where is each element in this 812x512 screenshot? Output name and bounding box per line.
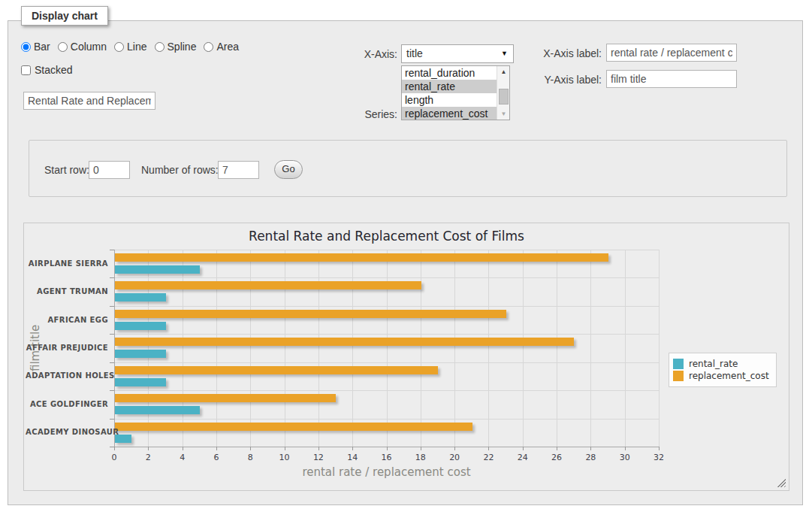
scroll-down-icon[interactable]: ▼ <box>497 108 510 120</box>
x-axis-selected-value: title <box>406 47 423 59</box>
gridline <box>114 390 659 391</box>
gridline <box>114 277 659 278</box>
stacked-checkbox-row: Stacked <box>21 64 73 76</box>
chart-type-radio-bar[interactable] <box>21 42 31 52</box>
series-list-label: Series: <box>331 108 397 120</box>
gridline <box>114 419 659 420</box>
x-tick <box>216 447 217 450</box>
x-tick-label: 18 <box>406 453 436 462</box>
y-tick <box>110 362 114 363</box>
gridline <box>387 250 388 447</box>
x-tick <box>387 447 388 450</box>
series-scrollbar[interactable]: ▲ ▼ <box>497 66 509 120</box>
x-tick-label: 26 <box>542 453 572 462</box>
gridline <box>318 250 319 447</box>
caret-down-icon: ▼ <box>501 45 508 62</box>
x-tick <box>625 447 626 450</box>
y-tick <box>110 334 114 335</box>
chart-type-radio-area[interactable] <box>204 42 213 52</box>
scroll-up-icon[interactable]: ▲ <box>497 66 510 77</box>
x-tick-label: 32 <box>644 453 674 462</box>
resize-grip-icon[interactable] <box>777 478 786 487</box>
bar-replacement_cost <box>115 366 438 374</box>
x-tick-label: 22 <box>473 453 503 462</box>
x-tick-label: 28 <box>575 453 605 462</box>
y-tick <box>110 447 114 447</box>
category-label: ACADEMY DINOSAUR <box>26 428 108 436</box>
x-tick <box>250 447 251 450</box>
series-option-replacement_cost[interactable]: replacement_cost <box>402 107 497 120</box>
row-params-box: Start row: Number of rows: Go <box>29 140 787 197</box>
chart-type-radio-line[interactable] <box>114 42 124 52</box>
bar-rental_rate <box>115 293 166 301</box>
x-tick <box>590 447 591 450</box>
bar-rental_rate <box>115 265 200 274</box>
series-option-rental_rate[interactable]: rental_rate <box>402 80 497 93</box>
y-tick <box>110 250 114 250</box>
num-rows-label: Number of rows: <box>141 164 219 176</box>
chart-type-label-bar: Bar <box>34 41 50 53</box>
chart-type-radio-column[interactable] <box>58 42 68 52</box>
legend-swatch-rental_rate <box>673 359 684 369</box>
start-row-input[interactable] <box>89 161 130 179</box>
series-option-length[interactable]: length <box>402 93 497 107</box>
x-tick-label: 8 <box>235 453 265 462</box>
chart-type-label-column: Column <box>71 41 107 53</box>
chart-type-radio-group: BarColumnLineSplineArea <box>21 41 246 53</box>
category-label: AFFAIR PREJUDICE <box>26 344 108 352</box>
x-tick-label: 20 <box>439 453 469 462</box>
bar-replacement_cost <box>115 253 608 262</box>
gridline <box>114 306 659 307</box>
gridline <box>285 250 285 447</box>
gridline <box>183 250 183 447</box>
x-axis-select[interactable]: title ▼ <box>401 44 514 63</box>
x-tick-label: 12 <box>303 453 334 462</box>
go-button[interactable]: Go <box>274 160 303 179</box>
stacked-label: Stacked <box>35 64 73 76</box>
bar-replacement_cost <box>115 423 472 431</box>
legend-row-rental_rate: rental_rate <box>673 359 769 369</box>
x-tick-label: 24 <box>508 453 538 462</box>
category-label: ADAPTATION HOLES <box>26 371 108 380</box>
start-row-label: Start row: <box>44 164 89 176</box>
y-axis-label-label: Y-Axis label: <box>527 74 602 86</box>
x-tick <box>114 447 115 450</box>
x-axis-label-input[interactable] <box>606 44 737 62</box>
bar-replacement_cost <box>115 338 574 346</box>
gridline <box>625 250 626 447</box>
bar-rental_rate <box>115 350 166 358</box>
x-tick <box>659 447 660 450</box>
y-axis-line <box>114 250 115 447</box>
gridline <box>216 250 217 447</box>
series-listbox[interactable]: rental_durationrental_ratelengthreplacem… <box>401 65 510 120</box>
y-axis-label-input[interactable] <box>606 70 737 88</box>
x-tick <box>488 447 489 450</box>
gridline <box>421 250 421 447</box>
x-tick <box>454 447 455 450</box>
x-tick <box>183 447 183 450</box>
chart-title-input[interactable] <box>23 92 155 110</box>
series-options: rental_durationrental_ratelengthreplacem… <box>402 66 497 120</box>
gridline <box>114 362 659 363</box>
gridline <box>114 334 659 335</box>
y-tick <box>110 306 114 307</box>
legend-label: replacement_cost <box>689 371 769 381</box>
x-axis-select-label: X-Axis: <box>331 48 397 60</box>
y-tick <box>110 419 114 420</box>
category-label: ACE GOLDFINGER <box>26 400 108 408</box>
legend-swatch-replacement_cost <box>673 371 684 381</box>
gridline <box>659 250 660 447</box>
num-rows-input[interactable] <box>218 161 259 179</box>
x-tick <box>421 447 421 450</box>
stacked-checkbox[interactable] <box>21 65 31 75</box>
category-label: AFRICAN EGG <box>26 316 108 324</box>
fieldset-legend: Display chart <box>21 6 108 26</box>
gridline <box>488 250 489 447</box>
series-option-rental_duration[interactable]: rental_duration <box>402 66 497 80</box>
scrollbar-thumb[interactable] <box>499 89 509 105</box>
x-tick <box>318 447 319 450</box>
chart-type-radio-spline[interactable] <box>155 42 165 52</box>
chart-type-label-line: Line <box>127 41 146 53</box>
y-tick <box>110 390 114 391</box>
chart-x-axis-title: rental rate / replacement cost <box>114 465 659 479</box>
